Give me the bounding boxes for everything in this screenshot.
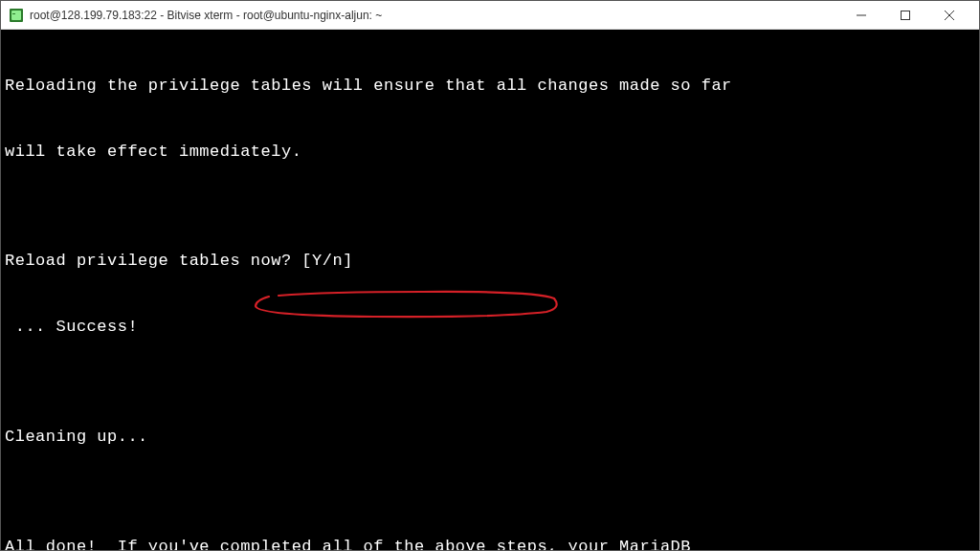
output-line: ... Success! — [5, 317, 975, 339]
svg-rect-2 — [12, 13, 15, 14]
terminal-window: root@128.199.79.183:22 - Bitvise xterm -… — [0, 0, 980, 551]
svg-rect-1 — [11, 11, 21, 20]
output-line: Reloading the privilege tables will ensu… — [5, 76, 975, 98]
maximize-button[interactable] — [883, 1, 927, 30]
output-line: Cleaning up... — [5, 427, 975, 449]
window-controls — [839, 1, 971, 30]
output-line: Reload privilege tables now? [Y/n] — [5, 251, 975, 273]
close-button[interactable] — [927, 1, 971, 30]
app-icon — [9, 8, 24, 23]
output-line: All done! If you've completed all of the… — [5, 537, 975, 550]
terminal-output[interactable]: Reloading the privilege tables will ensu… — [1, 30, 979, 550]
window-title: root@128.199.79.183:22 - Bitvise xterm -… — [30, 9, 839, 22]
titlebar[interactable]: root@128.199.79.183:22 - Bitvise xterm -… — [1, 1, 979, 30]
svg-rect-4 — [902, 11, 910, 19]
output-line: will take effect immediately. — [5, 142, 975, 164]
minimize-button[interactable] — [839, 1, 883, 30]
